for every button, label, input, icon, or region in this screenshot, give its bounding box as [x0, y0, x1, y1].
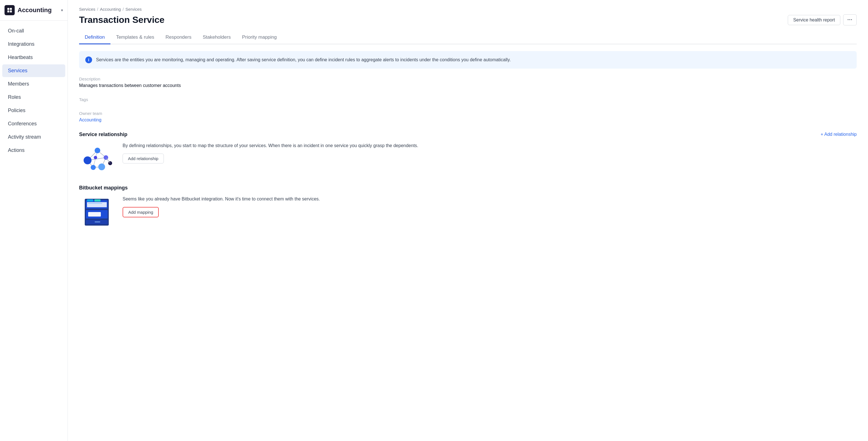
service-relationship-section: Service relationship + Add relationship [79, 132, 857, 176]
sidebar-item-members[interactable]: Members [2, 77, 65, 90]
sidebar-item-roles[interactable]: Roles [2, 91, 65, 104]
tab-priority-mapping[interactable]: Priority mapping [237, 31, 282, 44]
tags-label: Tags [79, 97, 857, 102]
info-icon: i [85, 57, 92, 63]
svg-rect-22 [94, 199, 100, 201]
svg-rect-2 [7, 10, 9, 12]
description-value: Manages transactions between customer ac… [79, 83, 857, 88]
description-section: Description Manages transactions between… [79, 76, 857, 88]
svg-rect-26 [88, 212, 101, 217]
breadcrumb-sep-2: / [123, 7, 124, 11]
breadcrumb-sep-1: / [97, 7, 98, 11]
svg-rect-21 [87, 199, 93, 201]
svg-rect-3 [10, 10, 12, 12]
service-health-report-button[interactable]: Service health report [788, 15, 840, 25]
owner-team-value[interactable]: Accounting [79, 118, 101, 122]
svg-point-12 [84, 156, 92, 164]
bitbucket-section: Bitbucket mappings [79, 185, 857, 229]
sidebar-item-heartbeats[interactable]: Heartbeats [2, 51, 65, 64]
relationship-title: Service relationship [79, 132, 127, 137]
chevron-down-icon: ▾ [61, 8, 63, 12]
header-actions: Service health report ··· [788, 14, 857, 25]
bitbucket-description: Seems like you already have Bitbucket in… [123, 195, 857, 203]
org-logo [4, 5, 15, 15]
relationship-text: By defining relationships, you start to … [123, 142, 857, 164]
org-selector[interactable]: Accounting ▾ [0, 0, 67, 21]
sidebar-item-on-call[interactable]: On-call [2, 25, 65, 37]
relationship-illustration [79, 142, 116, 176]
svg-point-11 [95, 148, 100, 153]
svg-rect-1 [10, 8, 12, 10]
owner-team-label: Owner team [79, 111, 857, 116]
svg-rect-24 [88, 203, 102, 204]
sidebar-item-policies[interactable]: Policies [2, 104, 65, 117]
sidebar-item-activity-stream[interactable]: Activity stream [2, 131, 65, 144]
add-relationship-button[interactable]: Add relationship [123, 154, 164, 163]
relationship-description: By defining relationships, you start to … [123, 142, 857, 149]
sidebar-item-integrations[interactable]: Integrations [2, 38, 65, 51]
info-text: Services are the entities you are monito… [96, 56, 511, 64]
info-banner: i Services are the entities you are moni… [79, 51, 857, 69]
svg-rect-28 [95, 221, 100, 222]
main-content: Services / Accounting / Services Transac… [68, 0, 868, 441]
tab-stakeholders[interactable]: Stakeholders [197, 31, 237, 44]
breadcrumb-accounting[interactable]: Accounting [100, 7, 121, 11]
sidebar-item-actions[interactable]: Actions [2, 144, 65, 157]
tags-section: Tags [79, 97, 857, 102]
sidebar-nav: On-callIntegrationsHeartbeatsServicesMem… [0, 21, 67, 441]
page-title: Transaction Service [79, 15, 164, 25]
sidebar: Accounting ▾ On-callIntegrationsHeartbea… [0, 0, 68, 441]
org-name: Accounting [18, 6, 58, 14]
bitbucket-title: Bitbucket mappings [79, 185, 857, 191]
owner-team-section: Owner team Accounting [79, 111, 857, 123]
relationship-content: By defining relationships, you start to … [79, 142, 857, 176]
bitbucket-illustration [79, 195, 116, 229]
tabs: DefinitionTemplates & rulesRespondersSta… [79, 31, 857, 44]
svg-point-14 [91, 165, 96, 170]
svg-rect-0 [7, 8, 9, 10]
svg-point-15 [98, 163, 105, 170]
sidebar-item-conferences[interactable]: Conferences [2, 118, 65, 130]
breadcrumb-services-2[interactable]: Services [125, 7, 142, 11]
sidebar-item-services[interactable]: Services [2, 64, 65, 77]
description-label: Description [79, 76, 857, 81]
svg-line-17 [106, 158, 110, 163]
add-relationship-header-link[interactable]: + Add relationship [820, 132, 857, 137]
bitbucket-content: Seems like you already have Bitbucket in… [79, 195, 857, 229]
tab-responders[interactable]: Responders [160, 31, 197, 44]
breadcrumb: Services / Accounting / Services [79, 7, 857, 11]
add-mapping-button[interactable]: Add mapping [123, 207, 159, 217]
breadcrumb-services[interactable]: Services [79, 7, 95, 11]
svg-point-18 [94, 156, 97, 159]
more-options-button[interactable]: ··· [843, 14, 857, 25]
bitbucket-text: Seems like you already have Bitbucket in… [123, 195, 857, 218]
tab-templates-rules[interactable]: Templates & rules [111, 31, 160, 44]
tab-definition[interactable]: Definition [79, 31, 111, 44]
relationship-header: Service relationship + Add relationship [79, 132, 857, 137]
svg-rect-23 [87, 202, 107, 207]
page-header: Transaction Service Service health repor… [79, 14, 857, 25]
